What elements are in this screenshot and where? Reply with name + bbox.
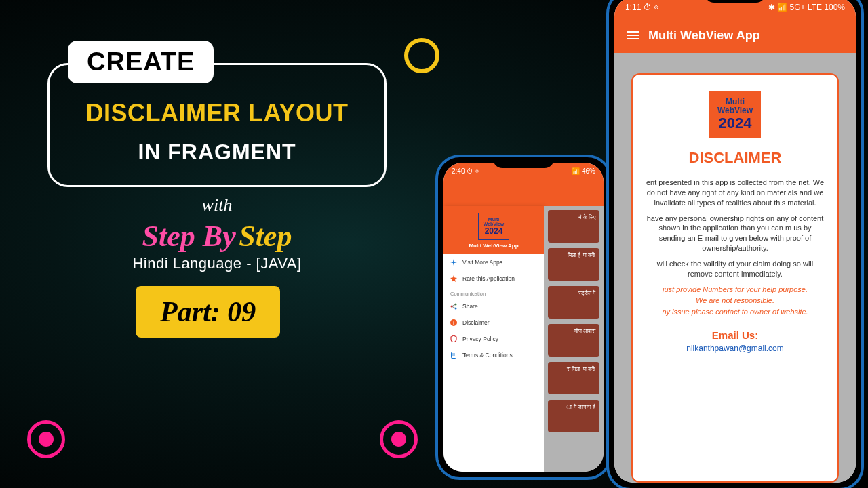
disclaimer-para: have any personal ownership rights on an… <box>645 214 825 253</box>
phone-large: 1:11 ⏱ ◎ ✱ 📶 5G+ LTE 100% Multi WebView … <box>606 0 864 488</box>
step-yellow: Step <box>239 220 292 253</box>
email-label: Email Us: <box>645 329 825 341</box>
svg-marker-0 <box>450 259 457 266</box>
disclaimer-heading: DISCLAIMER <box>645 149 825 167</box>
app-title: Multi WebView App <box>648 28 760 43</box>
content-behind: ने के लिए मिला है या करें! स्ट्रोल में म… <box>544 206 604 472</box>
svg-line-5 <box>452 304 456 306</box>
drawer-header: Multi WebView 2024 Multi WebView App <box>443 206 544 254</box>
app-bar <box>443 179 604 206</box>
drawer-title: Multi WebView App <box>446 243 541 249</box>
decorative-circle <box>404 38 439 73</box>
drawer-logo: Multi WebView 2024 <box>478 213 509 240</box>
shield-icon <box>450 336 457 342</box>
svg-text:i: i <box>453 320 454 326</box>
drawer-item-privacy[interactable]: Privacy Policy <box>443 331 544 347</box>
disclaimer-card: Multi WebView 2024 DISCLAIMER ent presen… <box>631 73 839 483</box>
notch <box>705 0 766 3</box>
title-block: CREATE DISCLAIMER LAYOUT IN FRAGMENT wit… <box>47 41 387 338</box>
drawer-section: Communication <box>443 287 544 298</box>
list-item[interactable]: मिला है या करें! <box>548 248 599 281</box>
star-icon <box>450 275 457 282</box>
notch <box>493 157 554 168</box>
list-item[interactable]: ने के लिए <box>548 210 599 243</box>
create-badge: CREATE <box>68 41 214 83</box>
status-left: 1:11 ⏱ ◎ <box>625 3 658 12</box>
hamburger-icon[interactable] <box>627 29 639 41</box>
drawer-item-terms[interactable]: Terms & Conditions <box>443 347 544 363</box>
title-line1: DISCLAIMER LAYOUT <box>70 99 364 127</box>
drawer-item-share[interactable]: Share <box>443 298 544 314</box>
small-body: Multi WebView 2024 Multi WebView App Vis… <box>443 206 604 472</box>
share-icon <box>450 303 457 310</box>
disclaimer-para: ent presented in this app is collected f… <box>645 178 825 208</box>
info-icon: i <box>450 319 457 326</box>
with-text: with <box>47 195 387 216</box>
apps-icon <box>450 259 457 266</box>
nav-drawer: Multi WebView 2024 Multi WebView App Vis… <box>443 206 544 472</box>
disclaimer-note: ny issue please contact to owner of webs… <box>645 307 825 317</box>
decorative-target-left <box>27 420 65 458</box>
svg-marker-1 <box>450 275 457 282</box>
list-item[interactable]: स मिला या करें! <box>548 362 599 394</box>
document-icon <box>450 352 457 359</box>
app-logo: Multi WebView 2024 <box>709 91 761 138</box>
svg-line-6 <box>452 306 456 308</box>
drawer-item-visit[interactable]: Visit More Apps <box>443 254 544 270</box>
subtitle: Hindi Language - [JAVA] <box>47 255 387 272</box>
drawer-item-disclaimer[interactable]: i Disclaimer <box>443 314 544 331</box>
step-pink: Step By <box>142 220 236 253</box>
large-body: Multi WebView 2024 DISCLAIMER ent presen… <box>614 53 856 483</box>
step-by-step: Step By Step <box>47 219 387 253</box>
phone-small-screen: 2:40 ⏱ ◎ 📶 46% Multi WebView 2024 Multi … <box>443 163 604 472</box>
status-right: ✱ 📶 5G+ LTE 100% <box>768 3 845 12</box>
title-line2: IN FRAGMENT <box>70 140 364 165</box>
app-bar: Multi WebView App <box>614 18 856 53</box>
part-badge: Part: 09 <box>136 286 280 338</box>
disclaimer-note: just provide Numbers for your help purpo… <box>645 285 825 295</box>
status-left: 2:40 ⏱ ◎ <box>452 167 479 175</box>
phone-large-screen: 1:11 ⏱ ◎ ✱ 📶 5G+ LTE 100% Multi WebView … <box>614 0 856 483</box>
disclaimer-para: will check the validity of your claim do… <box>645 259 825 279</box>
list-item[interactable]: मीण आवास <box>548 324 599 357</box>
status-right: 📶 46% <box>572 167 595 175</box>
list-item[interactable]: स्ट्रोल में <box>548 286 599 319</box>
phone-small: 2:40 ⏱ ◎ 📶 46% Multi WebView 2024 Multi … <box>435 155 612 480</box>
drawer-item-rate[interactable]: Rate this Application <box>443 270 544 287</box>
disclaimer-note: We are not responsible. <box>645 296 825 306</box>
decorative-target-right <box>380 420 418 458</box>
email-link[interactable]: nilkanthpawan@gmail.com <box>645 344 825 353</box>
list-item[interactable]: ा में जानना है <box>548 400 599 432</box>
